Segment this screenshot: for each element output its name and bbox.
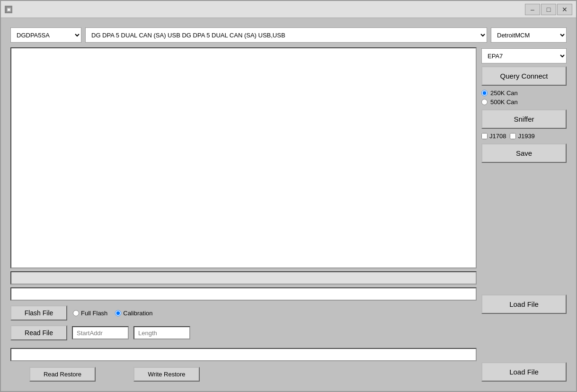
500k-label: 500K Can — [490, 98, 518, 106]
main-window: ▣ – □ ✕ DGDPA5SA DG DPA 5 DUAL CAN (SA) … — [0, 0, 577, 392]
mid-spacer — [481, 317, 567, 359]
load-file-restore-button[interactable]: Load File — [481, 362, 567, 382]
flash-file-button[interactable]: Flash File — [10, 305, 67, 321]
500k-radio[interactable] — [481, 99, 488, 105]
title-bar-left: ▣ — [5, 6, 12, 13]
length-input[interactable] — [133, 326, 190, 339]
main-area: Flash File Full Flash Calibration — [10, 47, 567, 382]
protocol-checkbox-row: J1708 J1939 — [481, 132, 567, 141]
device-select[interactable]: DG DPA 5 DUAL CAN (SA) USB DG DPA 5 DUAL… — [85, 27, 487, 43]
flash-buttons-row: Flash File Full Flash Calibration — [10, 305, 477, 321]
calibration-label: Calibration — [123, 310, 152, 317]
log-area — [10, 47, 477, 268]
j1708-checkbox[interactable] — [481, 133, 488, 139]
brand-select[interactable]: DetroitMCM — [491, 27, 567, 43]
full-flash-radio[interactable] — [73, 310, 79, 316]
j1939-label: J1939 — [518, 133, 534, 140]
save-button[interactable]: Save — [481, 143, 567, 163]
right-panel: EPA7 Query Connect 250K Can 500K Can — [481, 47, 567, 382]
j1939-checkbox[interactable] — [510, 133, 516, 139]
restore-path-bar — [10, 348, 477, 361]
top-row: DGDPA5SA DG DPA 5 DUAL CAN (SA) USB DG D… — [10, 27, 567, 43]
read-file-button[interactable]: Read File — [10, 325, 67, 340]
250k-radio-label[interactable]: 250K Can — [481, 89, 567, 97]
full-flash-radio-label[interactable]: Full Flash — [73, 310, 107, 317]
minimize-button[interactable]: – — [525, 4, 540, 15]
j1708-label: J1708 — [489, 133, 506, 140]
read-restore-button[interactable]: Read Restore — [29, 367, 96, 382]
250k-radio[interactable] — [481, 90, 488, 96]
calibration-radio[interactable] — [115, 310, 121, 316]
full-flash-label: Full Flash — [81, 310, 107, 317]
progress-bar — [10, 271, 477, 285]
read-row: Read File — [10, 325, 477, 340]
left-panel: Flash File Full Flash Calibration — [10, 47, 477, 382]
epa-select[interactable]: EPA7 — [481, 48, 567, 63]
window-icon: ▣ — [5, 6, 12, 13]
start-addr-input[interactable] — [72, 326, 129, 339]
flash-type-radio-group: Full Flash Calibration — [73, 310, 153, 317]
j1708-checkbox-label[interactable]: J1708 — [481, 133, 506, 140]
calibration-radio-label[interactable]: Calibration — [115, 310, 152, 317]
250k-label: 250K Can — [490, 89, 518, 97]
maximize-button[interactable]: □ — [541, 4, 556, 15]
close-button[interactable]: ✕ — [557, 4, 572, 15]
flash-path-bar — [10, 287, 477, 301]
right-spacer — [481, 166, 567, 292]
write-restore-button[interactable]: Write Restore — [133, 367, 200, 382]
adapter-select[interactable]: DGDPA5SA — [10, 27, 81, 43]
j1939-checkbox-label[interactable]: J1939 — [510, 133, 534, 140]
restore-buttons-row: Read Restore Write Restore — [10, 367, 477, 382]
title-bar-controls: – □ ✕ — [525, 4, 572, 15]
content-area: DGDPA5SA DG DPA 5 DUAL CAN (SA) USB DG D… — [1, 18, 576, 391]
500k-radio-label[interactable]: 500K Can — [481, 98, 567, 106]
sniffer-button[interactable]: Sniffer — [481, 109, 567, 129]
title-bar: ▣ – □ ✕ — [1, 1, 576, 18]
query-connect-button[interactable]: Query Connect — [481, 66, 567, 86]
can-speed-radio-group: 250K Can 500K Can — [481, 89, 567, 107]
load-file-flash-button[interactable]: Load File — [481, 294, 567, 314]
